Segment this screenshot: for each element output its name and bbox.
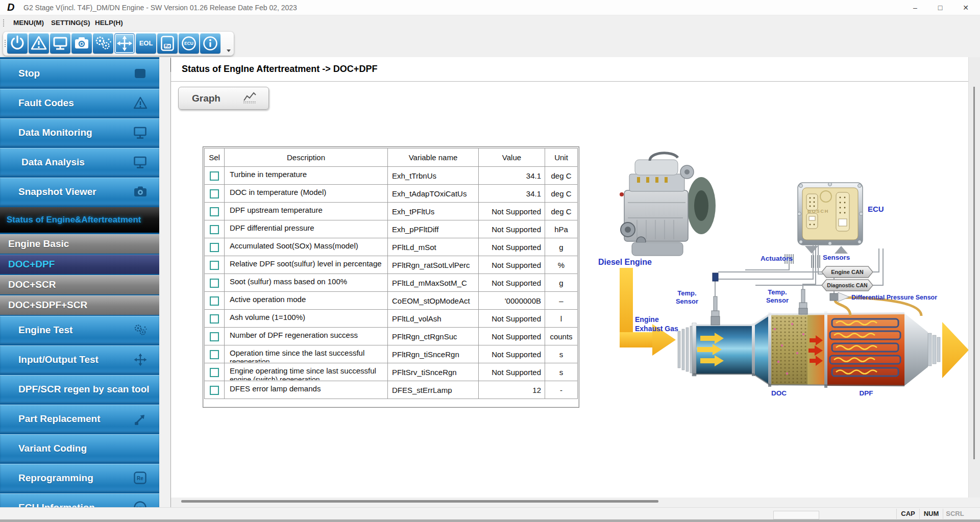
row-checkbox[interactable] — [210, 296, 219, 306]
sidebar-item-doc-sdpf-scr[interactable]: DOC+SDPF+SCR — [0, 295, 159, 315]
eol-button[interactable]: EOL — [136, 33, 156, 54]
row-checkbox[interactable] — [210, 171, 219, 181]
row-checkbox[interactable] — [210, 207, 219, 216]
cell-unit: s — [545, 345, 578, 363]
camera-icon — [71, 33, 92, 54]
cell-variable: Exh_tTrbnUs — [388, 167, 479, 185]
col-header-variable: Variable name — [388, 148, 479, 167]
cell-unit: g — [545, 238, 578, 256]
close-button[interactable]: ✕ — [953, 0, 978, 15]
table-row[interactable]: DPF differential pressure Exh_pPFltDiff … — [205, 220, 578, 238]
menu-menu[interactable]: MENU(M) — [13, 15, 44, 31]
table-row[interactable]: Number of DPF regeneration success PFltR… — [205, 328, 578, 345]
sidebar-item-stop[interactable]: Stop — [0, 59, 159, 87]
row-checkbox[interactable] — [210, 368, 219, 377]
row-checkbox[interactable] — [210, 243, 219, 252]
svg-text:Sensor: Sensor — [676, 297, 698, 305]
sidebar-item-ecu-information[interactable]: ECU Information ECU — [0, 493, 159, 507]
row-checkbox[interactable] — [210, 261, 219, 270]
re-icon: Re — [157, 33, 178, 54]
row-checkbox[interactable] — [210, 314, 219, 324]
eol-label: EOL — [136, 33, 156, 54]
vertical-scrollbar[interactable] — [968, 57, 980, 498]
minimize-button[interactable]: – — [903, 0, 927, 15]
info-button[interactable] — [200, 33, 220, 54]
col-header-sel: Sel — [205, 148, 225, 167]
table-row[interactable]: DFES error lamp demands DFES_stErrLamp 1… — [205, 381, 578, 399]
table-row[interactable]: DOC in temperature (Model) Exh_tAdapTOxi… — [205, 185, 578, 203]
row-checkbox[interactable] — [210, 332, 219, 341]
sidebar-item-dpf-scr-regen[interactable]: DPF/SCR regen by scan tool — [0, 375, 159, 403]
gears-icon — [93, 33, 113, 54]
sidebar-item-doc-dpf[interactable]: DOC+DPF — [0, 255, 159, 274]
col-header-value: Value — [479, 148, 545, 167]
cell-value: 12 — [479, 381, 545, 399]
table-row[interactable]: Active operation mode CoEOM_stOpModeAct … — [205, 292, 578, 310]
cell-description: DFES error lamp demands — [225, 381, 388, 399]
table-row[interactable]: Engine operating time since last success… — [205, 363, 578, 381]
sidebar-item-data-analysis[interactable]: Data Analysis — [0, 148, 159, 176]
table-row[interactable]: Soot (sulfur) mass based on 100% PFltLd_… — [205, 274, 578, 292]
cell-variable: PFltSrv_tiSnceRgn — [388, 363, 479, 381]
menubar-grip — [3, 19, 5, 28]
ecu-icon: ECU — [133, 500, 148, 508]
signal-table: Sel Description Variable name Value Unit… — [203, 146, 579, 408]
sidebar-item-fault-codes[interactable]: Fault Codes — [0, 89, 159, 117]
sidebar-item-data-monitoring[interactable]: Data Monitoring — [0, 118, 159, 146]
table-row[interactable]: Relative DPF soot(sulfur) level in perce… — [205, 256, 578, 274]
row-checkbox[interactable] — [210, 189, 219, 198]
caps-lock-indicator: CAP — [896, 509, 919, 519]
reprogramming-button[interactable]: Re — [157, 33, 178, 54]
aftertreatment-diagram: Diesel Engine Engine Exhaust Gas — [592, 145, 970, 401]
toolbar-overflow-chevron-icon[interactable] — [227, 49, 231, 52]
row-checkbox[interactable] — [210, 279, 219, 288]
row-checkbox[interactable] — [210, 225, 219, 234]
dpf-label: DPF — [860, 389, 873, 397]
sidebar-item-input-output-test[interactable]: Input/Output Test — [0, 345, 159, 374]
graph-button[interactable]: Graph — [178, 87, 269, 110]
table-row[interactable]: Accumulated Soot(SOx) Mass(model) PFltLd… — [205, 238, 578, 256]
sidebar-item-engine-basic[interactable]: Engine Basic — [0, 234, 159, 254]
vertical-scrollbar-thumb[interactable] — [973, 87, 975, 459]
table-row[interactable]: Turbine in temperature Exh_tTrbnUs 34.1 … — [205, 167, 578, 185]
table-row[interactable]: Ash volume (1=100%) PFltLd_volAsh Not Su… — [205, 310, 578, 328]
ecu-info-button[interactable]: ECU — [179, 33, 199, 54]
table-row[interactable]: DPF upstream temperature Exh_tPFltUs Not… — [205, 203, 578, 220]
cell-value: Not Supported — [479, 310, 545, 328]
cell-unit: hPa — [545, 220, 578, 238]
diagnostic-can-label: Diagnostic CAN — [827, 282, 867, 288]
engine-test-button[interactable] — [93, 33, 113, 54]
sidebar-item-doc-scr[interactable]: DOC+SCR — [0, 275, 159, 294]
data-monitoring-button[interactable] — [50, 33, 70, 54]
cell-description: DPF upstream temperature — [225, 203, 388, 220]
table-row[interactable]: Operation time since the last successful… — [205, 345, 578, 363]
gears-icon — [133, 322, 148, 338]
menu-setting[interactable]: SETTING(S) — [51, 15, 90, 31]
sidebar-section-status-of-engine-aftertreatment[interactable]: Status of Engine&Aftertreatment — [0, 207, 159, 233]
svg-text:Re: Re — [137, 476, 143, 481]
scroll-lock-indicator: SCRL — [943, 509, 967, 519]
cell-description: DOC in temperature (Model) — [225, 185, 388, 203]
io-test-button[interactable] — [114, 33, 135, 54]
sidebar-item-engine-test[interactable]: Engine Test — [0, 316, 159, 344]
sidebar-item-snapshot-viewer[interactable]: Snapshot Viewer — [0, 178, 159, 206]
cell-description: Active operation mode — [225, 292, 388, 310]
row-checkbox[interactable] — [210, 350, 219, 359]
sidebar-item-reprogramming[interactable]: Reprogramming Re — [0, 464, 159, 492]
sidebar: Stop Fault Codes Data Monitoring Data An… — [0, 57, 159, 507]
window-bottom-edge — [0, 519, 980, 522]
power-button[interactable] — [7, 33, 28, 54]
sidebar-item-part-replacement[interactable]: Part Replacement — [0, 405, 159, 433]
cell-unit: deg C — [545, 185, 578, 203]
snapshot-button[interactable] — [71, 33, 92, 54]
toolbar: EOL Re ECU — [0, 31, 980, 57]
re-icon: Re — [133, 470, 148, 486]
horizontal-scrollbar-thumb[interactable] — [181, 500, 658, 503]
horizontal-scrollbar[interactable] — [171, 498, 968, 507]
row-checkbox[interactable] — [210, 386, 219, 395]
fault-codes-button[interactable] — [29, 33, 49, 54]
maximize-button[interactable]: □ — [928, 0, 952, 15]
cell-value: Not Supported — [479, 328, 545, 345]
sidebar-item-variant-coding[interactable]: Variant Coding — [0, 434, 159, 462]
menu-help[interactable]: HELP(H) — [95, 15, 123, 31]
